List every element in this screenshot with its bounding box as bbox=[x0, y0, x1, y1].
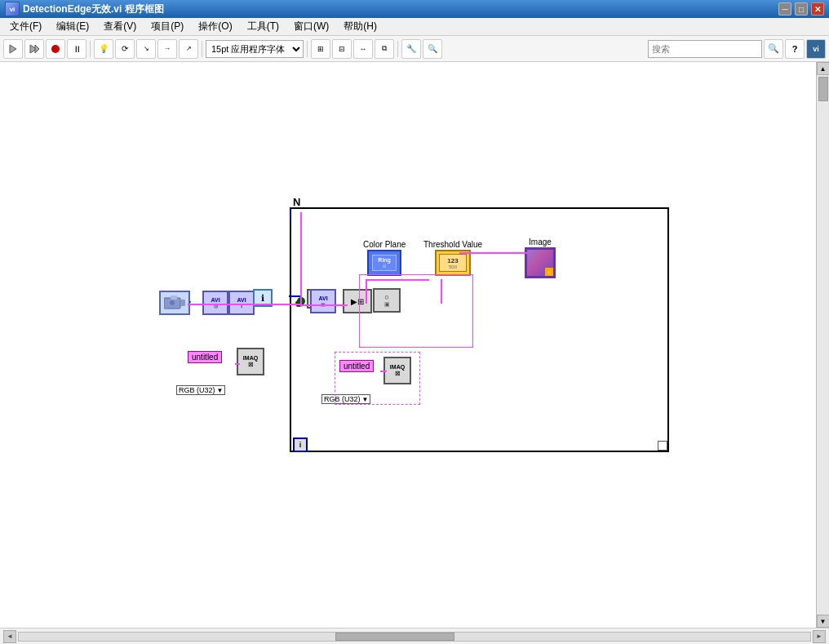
loop-resize-handle[interactable] bbox=[658, 441, 667, 451]
wire-blue-loop bbox=[289, 295, 300, 297]
menu-view[interactable]: 查看(V) bbox=[97, 18, 143, 35]
image-display-box[interactable]: x bbox=[525, 247, 556, 278]
imaq-node-2-box[interactable]: IMAQ ⊠ bbox=[383, 357, 411, 384]
menu-project[interactable]: 项目(P) bbox=[144, 18, 190, 35]
wire-green-main bbox=[189, 301, 191, 303]
h-scroll-thumb[interactable] bbox=[335, 633, 454, 641]
right-scrollbar[interactable]: ▲ ▼ bbox=[816, 62, 829, 628]
threshold-node[interactable]: Threshold Value 123 500 bbox=[423, 240, 482, 276]
rgb-dropdown-2-box[interactable]: RGB (U32) ▼ bbox=[321, 394, 370, 404]
menu-operate[interactable]: 操作(O) bbox=[192, 18, 238, 35]
search-palette-button[interactable]: 🔍 bbox=[423, 39, 442, 59]
minimize-button[interactable]: ─ bbox=[778, 2, 791, 16]
separator-4 bbox=[397, 41, 398, 57]
wire-cp-horizontal bbox=[366, 279, 429, 281]
step-over-button[interactable]: → bbox=[157, 39, 177, 59]
scroll-left-arrow[interactable]: ◄ bbox=[3, 630, 16, 643]
run-continuously-button[interactable] bbox=[24, 39, 44, 59]
svg-rect-4 bbox=[171, 295, 177, 300]
menu-help[interactable]: 帮助(H) bbox=[337, 18, 383, 35]
scroll-up-arrow[interactable]: ▲ bbox=[817, 62, 830, 75]
untitled-label-2: untitled bbox=[339, 360, 374, 371]
menu-window[interactable]: 窗口(W) bbox=[287, 18, 335, 35]
scroll-down-arrow[interactable]: ▼ bbox=[817, 615, 830, 628]
title-bar-controls: ─ □ ✕ bbox=[778, 2, 824, 16]
search-input[interactable] bbox=[648, 40, 762, 58]
vi-icon-button[interactable]: vi bbox=[806, 39, 826, 59]
avi-node-1-box[interactable]: AVI ◎ bbox=[202, 291, 228, 315]
separator-2 bbox=[202, 41, 202, 57]
untitled-label-1: untitled bbox=[188, 351, 222, 362]
rgb-label-1: RGB (U32) bbox=[179, 386, 215, 394]
threshold-label: Threshold Value bbox=[423, 240, 482, 249]
color-plane-label: Color Plane bbox=[363, 240, 406, 249]
rgb-label-2: RGB (U32) bbox=[324, 395, 361, 403]
highlight-button[interactable]: 💡 bbox=[94, 39, 113, 59]
menu-file[interactable]: 文件(F) bbox=[3, 18, 48, 35]
camera-node-box[interactable] bbox=[159, 291, 190, 315]
rgb-dropdown-1[interactable]: RGB (U32) ▼ bbox=[176, 385, 225, 395]
reorder-button[interactable]: ⧉ bbox=[375, 39, 394, 59]
color-plane-node[interactable]: Color Plane Ring ⅈⅈ bbox=[363, 240, 406, 276]
window-title: DetectionEdge无效.vi 程序框图 bbox=[23, 2, 164, 16]
wire-untitled-2 bbox=[380, 371, 387, 372]
avi-node-2-box[interactable]: AVI ℹ bbox=[228, 291, 255, 315]
retain-button[interactable]: ⟳ bbox=[115, 39, 135, 59]
title-bar: vi DetectionEdge无效.vi 程序框图 ─ □ ✕ bbox=[0, 0, 829, 18]
search-icon-button[interactable]: 🔍 bbox=[764, 39, 783, 59]
image-node[interactable]: Image x bbox=[525, 238, 556, 278]
canvas-area[interactable]: N i AVI ◎ bbox=[0, 62, 816, 628]
imaq-node-2[interactable]: IMAQ ⊠ bbox=[383, 357, 411, 384]
avi-node-1[interactable]: AVI ◎ bbox=[202, 291, 228, 315]
wire-color-plane bbox=[366, 279, 367, 304]
menu-tools[interactable]: 工具(T) bbox=[241, 18, 286, 35]
close-button[interactable]: ✕ bbox=[811, 2, 824, 16]
wire-threshold-down bbox=[441, 279, 442, 304]
scroll-thumb[interactable] bbox=[818, 77, 828, 101]
camera-node[interactable] bbox=[159, 291, 190, 315]
ring-node-box[interactable]: Ring ⅈⅈ bbox=[367, 250, 401, 276]
rgb-dropdown-2[interactable]: RGB (U32) ▼ bbox=[321, 394, 370, 404]
help-button[interactable]: ? bbox=[785, 39, 805, 59]
pause-button[interactable]: ⏸ bbox=[67, 39, 86, 59]
rgb-dropdown-1-box[interactable]: RGB (U32) ▼ bbox=[176, 385, 225, 395]
horizontal-scrollbar[interactable] bbox=[18, 632, 811, 642]
font-selector[interactable]: 15pt 应用程序字体 bbox=[206, 40, 304, 58]
loop-i-box: i bbox=[293, 437, 308, 452]
avi-node-2[interactable]: AVI ℹ bbox=[228, 291, 255, 315]
image-label: Image bbox=[529, 238, 552, 246]
abort-button[interactable] bbox=[46, 39, 65, 59]
wire-threshold-image bbox=[459, 252, 528, 254]
svg-point-6 bbox=[170, 300, 175, 305]
step-into-button[interactable]: ↘ bbox=[136, 39, 156, 59]
distribute-button[interactable]: ⊟ bbox=[332, 39, 352, 59]
wire-inside-loop-h bbox=[300, 304, 348, 306]
step-out-button[interactable]: ↗ bbox=[179, 39, 198, 59]
scroll-track[interactable] bbox=[818, 75, 829, 615]
imaq-node-1[interactable]: IMAQ ⊠ bbox=[237, 348, 264, 375]
resize-button[interactable]: ↔ bbox=[353, 39, 373, 59]
convert-node[interactable]: ▶⊞ bbox=[343, 289, 372, 313]
menu-edit[interactable]: 编辑(E) bbox=[50, 18, 95, 35]
menu-bar: 文件(F) 编辑(E) 查看(V) 项目(P) 操作(O) 工具(T) 窗口(W… bbox=[0, 18, 829, 36]
maximize-button[interactable]: □ bbox=[795, 2, 808, 16]
app-icon: vi bbox=[5, 2, 20, 16]
title-bar-left: vi DetectionEdge无效.vi 程序框图 bbox=[5, 2, 164, 16]
status-bar: ◄ ► bbox=[0, 628, 829, 644]
svg-marker-0 bbox=[10, 45, 16, 53]
scroll-right-arrow[interactable]: ► bbox=[813, 630, 826, 643]
imaq-node-1-box[interactable]: IMAQ ⊠ bbox=[237, 348, 264, 375]
toolbar: ⏸ 💡 ⟳ ↘ → ↗ 15pt 应用程序字体 ⊞ ⊟ ↔ ⧉ 🔧 🔍 🔍 bbox=[0, 36, 829, 62]
loop-border-top bbox=[290, 207, 291, 222]
main-area: N i AVI ◎ bbox=[0, 62, 829, 628]
loop-n-label: N bbox=[293, 196, 300, 208]
context-help-button[interactable]: 🔧 bbox=[401, 39, 421, 59]
avi-inner-node[interactable]: AVI ▣ bbox=[310, 289, 336, 313]
run-button[interactable] bbox=[3, 39, 23, 59]
wire-camera-h bbox=[188, 304, 302, 305]
wire-loop-vertical bbox=[300, 212, 302, 307]
separator-3 bbox=[307, 41, 308, 57]
process-node[interactable]: ○ ▣ bbox=[373, 288, 401, 313]
align-button[interactable]: ⊞ bbox=[311, 39, 330, 59]
wire-to-image-v bbox=[525, 252, 526, 254]
